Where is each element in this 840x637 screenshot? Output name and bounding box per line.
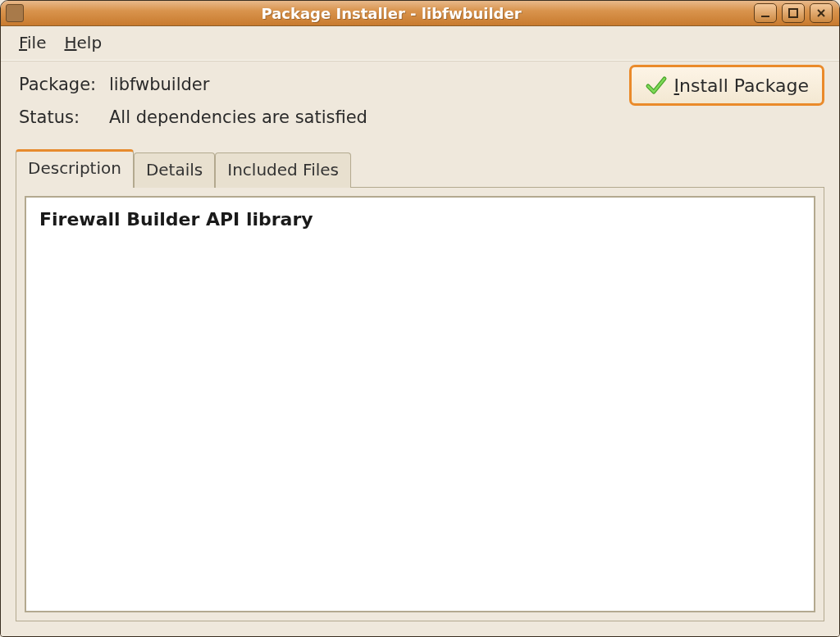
menu-help[interactable]: Help [64,33,102,52]
menu-help-rest: elp [77,33,103,52]
status-value: All dependencies are satisfied [109,107,368,127]
tabs-container: Description Details Included Files Firew… [1,148,839,636]
status-label: Status: [19,107,109,127]
titlebar[interactable]: Package Installer - libfwbuilder [1,1,839,26]
window-frame: Package Installer - libfwbuilder [0,0,840,637]
app-icon [6,4,24,22]
info-area: Package: libfwbuilder Status: All depend… [1,61,839,148]
tab-description[interactable]: Description [16,149,134,188]
install-package-button[interactable]: Install Package [629,65,824,106]
tab-details[interactable]: Details [134,152,215,188]
description-text: Firewall Builder API library [25,196,815,612]
maximize-button[interactable] [782,3,805,23]
status-row: Status: All dependencies are satisfied [19,107,821,127]
menu-file-rest: ile [27,33,46,52]
minimize-icon [760,7,771,19]
package-label: Package: [19,75,109,94]
tab-panel-description: Firewall Builder API library [16,187,824,621]
svg-rect-0 [761,16,769,17]
close-button[interactable] [810,3,833,23]
checkmark-icon [645,74,668,97]
tab-included-files[interactable]: Included Files [215,152,351,188]
tab-row: Description Details Included Files [16,149,824,188]
close-icon [815,7,827,19]
svg-rect-1 [789,9,797,17]
menu-file[interactable]: File [19,33,46,52]
minimize-button[interactable] [754,3,777,23]
window-content: File Help Package: libfwbuilder Status: … [1,26,839,636]
window-controls [754,3,839,23]
package-value: libfwbuilder [109,75,209,94]
install-button-label: Install Package [674,75,809,96]
install-button-rest: nstall Package [679,75,809,96]
menubar: File Help [1,26,839,61]
maximize-icon [788,7,799,19]
window-title: Package Installer - libfwbuilder [261,5,521,22]
